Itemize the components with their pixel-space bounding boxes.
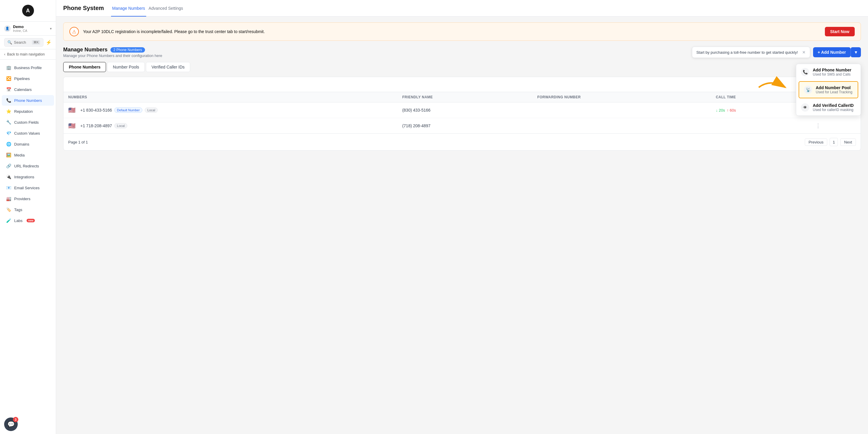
sidebar-item-label: Providers	[14, 197, 30, 201]
media-icon: 🖼️	[6, 152, 11, 158]
current-page-number: 1	[830, 138, 838, 146]
back-label: Back to main navigation	[7, 52, 44, 56]
chevron-down-icon: ▾	[50, 27, 52, 31]
back-navigation[interactable]: ‹ Back to main navigation	[0, 49, 56, 60]
business-profile-icon: 🏢	[6, 65, 11, 70]
default-number-badge: Default Number	[114, 107, 142, 113]
dropdown-item-text: Add Phone Number Used for SMS and Calls	[813, 68, 856, 76]
sidebar-item-labs[interactable]: 🧪 Labs new	[2, 215, 54, 226]
flag-icon: 🇺🇸	[68, 106, 75, 114]
tab-number-pools[interactable]: Number Pools	[107, 62, 145, 72]
sidebar-item-pipelines[interactable]: 🔀 Pipelines	[2, 73, 54, 84]
phone-numbers-badge: 2 Phone Numbers	[111, 47, 145, 53]
sidebar-item-providers[interactable]: 🏭 Providers	[2, 193, 54, 204]
sidebar-nav: 🏢 Business Profile 🔀 Pipelines 📅 Calenda…	[0, 60, 56, 414]
providers-icon: 🏭	[6, 196, 11, 202]
sidebar-item-url-redirects[interactable]: 🔗 URL Redirects	[2, 161, 54, 171]
page-info: Page 1 of 1	[68, 140, 802, 144]
user-name: Demo	[13, 25, 48, 29]
page-title: Phone System	[63, 5, 104, 11]
sidebar-item-integrations[interactable]: 🔌 Integrations	[2, 172, 54, 182]
tab-verified-caller-ids[interactable]: Verified Caller IDs	[146, 62, 190, 72]
sidebar-item-media[interactable]: 🖼️ Media	[2, 150, 54, 160]
sidebar: A 👤 Demo Irvine, CA ▾ 🔍 Search ⌘K ⚡ ‹ Ba…	[0, 0, 56, 434]
alert-text: Your A2P 10DLC registration is incomplet…	[83, 29, 821, 34]
section-header: Manage Numbers 2 Phone Numbers Manage yo…	[63, 46, 861, 58]
sidebar-item-label: Tags	[14, 208, 22, 212]
next-page-button[interactable]: Next	[840, 138, 856, 146]
sidebar-item-label: Media	[14, 153, 25, 157]
add-number-dropdown-button[interactable]: ▼	[850, 47, 861, 57]
dropdown-item-subtitle: Used for callerID masking	[813, 108, 856, 112]
local-badge: Local	[114, 123, 127, 128]
sidebar-item-custom-values[interactable]: 💎 Custom Values	[2, 128, 54, 138]
sidebar-item-label: Custom Fields	[14, 120, 39, 125]
sidebar-item-label: Pipelines	[14, 76, 30, 81]
tooltip-text: Start by purchasing a toll-free number t…	[696, 50, 798, 55]
dropdown-item-subtitle: Used for SMS and Calls	[813, 72, 856, 76]
tooltip-close-button[interactable]: ✕	[802, 50, 806, 55]
add-number-button[interactable]: + Add Number	[813, 47, 851, 57]
sidebar-item-label: Domains	[14, 142, 29, 147]
local-badge: Local	[145, 107, 158, 113]
alert-icon: ⚠	[69, 27, 79, 36]
sidebar-item-tags[interactable]: 🏷️ Tags	[2, 204, 54, 215]
sidebar-item-label: Calendars	[14, 87, 32, 92]
add-number-dropdown-menu: 📞 Add Phone Number Used for SMS and Call…	[796, 64, 861, 116]
sidebar-item-phone-numbers[interactable]: 📞 Phone Numbers	[2, 95, 54, 106]
tab-advanced-settings[interactable]: Advanced Settings	[147, 0, 184, 17]
dropdown-item-add-phone-number[interactable]: 📞 Add Phone Number Used for SMS and Call…	[796, 64, 861, 80]
previous-page-button[interactable]: Previous	[805, 138, 828, 146]
email-services-icon: 📧	[6, 185, 11, 190]
user-menu[interactable]: 👤 Demo Irvine, CA ▾	[0, 22, 56, 36]
call-time-cell	[711, 118, 811, 134]
row-actions-menu[interactable]: ⋮	[815, 123, 821, 129]
sidebar-item-reputation[interactable]: ⭐ Reputation	[2, 106, 54, 117]
back-arrow-icon: ‹	[4, 52, 5, 56]
sidebar-item-label: Business Profile	[14, 66, 42, 70]
dropdown-item-text: Add Verified CallerID Used for callerID …	[813, 103, 856, 112]
dropdown-item-add-number-pool[interactable]: 📡 Add Number Pool Used for Lead Tracking	[799, 81, 858, 98]
section-actions: Start by purchasing a toll-free number t…	[692, 46, 861, 58]
tab-manage-numbers[interactable]: Manage Numbers	[111, 0, 146, 17]
table-row: 🇺🇸 +1 830-433-5166 Default Number Local …	[63, 102, 861, 118]
dropdown-item-title: Add Phone Number	[813, 68, 856, 72]
start-now-button[interactable]: Start Now	[825, 27, 855, 36]
pipelines-icon: 🔀	[6, 76, 11, 81]
phone-numbers-icon: 📞	[6, 98, 11, 103]
url-redirects-icon: 🔗	[6, 163, 11, 168]
sidebar-item-label: Phone Numbers	[14, 98, 42, 103]
lightning-icon[interactable]: ⚡	[46, 39, 52, 45]
dropdown-item-add-verified-callerid[interactable]: 👁 Add Verified CallerID Used for callerI…	[796, 99, 861, 116]
chat-button[interactable]: 💬 3	[4, 417, 18, 431]
sidebar-item-domains[interactable]: 🌐 Domains	[2, 139, 54, 149]
phone-number: +1 718-208-4897	[80, 123, 112, 128]
search-button[interactable]: 🔍 Search ⌘K	[4, 38, 43, 46]
sidebar-item-email-services[interactable]: 📧 Email Services	[2, 182, 54, 193]
user-info: Demo Irvine, CA	[13, 25, 48, 32]
sidebar-item-label: Email Services	[14, 186, 39, 190]
page-header: Phone System Manage Numbers Advanced Set…	[56, 0, 868, 17]
tab-phone-numbers[interactable]: Phone Numbers	[63, 62, 106, 72]
numbers-data-table: Numbers Friendly Name Forwarding Number …	[63, 92, 861, 133]
section-title-area: Manage Numbers 2 Phone Numbers Manage yo…	[63, 46, 162, 58]
numbers-table: 🔍 Numbers Friendly Name Forwarding Numbe…	[63, 77, 861, 151]
numbers-tab-bar: Phone Numbers Number Pools Verified Call…	[63, 62, 861, 72]
add-number-pool-icon: 📡	[804, 86, 812, 94]
integrations-icon: 🔌	[6, 174, 11, 180]
search-bar: 🔍 Search ⌘K ⚡	[0, 36, 56, 49]
tags-icon: 🏷️	[6, 207, 11, 212]
user-icon: 👤	[4, 25, 11, 32]
search-shortcut: ⌘K	[32, 40, 40, 44]
reputation-icon: ⭐	[6, 108, 11, 114]
sidebar-item-label: Custom Values	[14, 131, 40, 135]
tooltip-box: Start by purchasing a toll-free number t…	[692, 46, 810, 58]
phone-number: +1 830-433-5166	[80, 108, 112, 113]
sidebar-item-business-profile[interactable]: 🏢 Business Profile	[2, 62, 54, 73]
avatar: A	[22, 5, 34, 17]
sidebar-item-custom-fields[interactable]: 🔧 Custom Fields	[2, 117, 54, 128]
sidebar-logo: A	[0, 0, 56, 22]
content-area: ⚠ Your A2P 10DLC registration is incompl…	[56, 17, 868, 434]
sidebar-item-calendars[interactable]: 📅 Calendars	[2, 84, 54, 95]
alert-banner: ⚠ Your A2P 10DLC registration is incompl…	[63, 23, 861, 41]
